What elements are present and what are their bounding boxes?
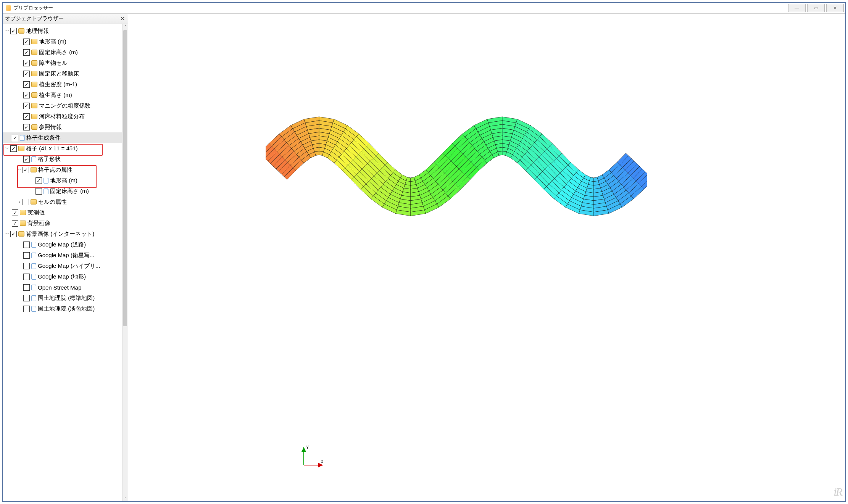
caret-down-icon[interactable]: ﹀ [4,146,10,151]
checkbox[interactable] [10,231,17,237]
checkbox[interactable] [10,28,17,34]
tree-item-refinfo[interactable]: 参照情報 [3,122,123,132]
file-icon [20,135,25,141]
checkbox[interactable] [23,284,30,291]
folder-icon [20,221,26,226]
checkbox[interactable] [23,60,30,66]
pane-title: オブジェクトブラウザー [5,15,119,22]
scroll-thumb[interactable] [123,30,127,326]
maximize-button[interactable]: ▭ [807,4,825,12]
checkbox[interactable] [23,39,30,45]
tree-item-manning[interactable]: マニングの粗度係数 [3,100,123,111]
checkbox[interactable] [12,135,18,141]
caret-right-icon[interactable]: › [16,200,23,204]
tree-item-grid-shape[interactable]: 格子形状 [3,154,123,164]
folder-icon [18,231,24,237]
checkbox[interactable] [10,145,17,152]
window-buttons: — ▭ ✕ [788,4,844,12]
tree-item-gp-elevation[interactable]: 地形高 (m) [3,175,123,186]
tree-label: Google Map (道路) [38,241,86,248]
folder-icon [31,199,37,204]
tree-item-grid-pt-attr[interactable]: ﹀格子点の属性 [3,164,123,175]
checkbox[interactable] [35,188,42,195]
checkbox[interactable] [23,263,30,269]
tree-item-osm[interactable]: Open Street Map [3,282,123,293]
checkbox[interactable] [23,274,30,280]
checkbox[interactable] [23,242,30,248]
folder-icon [31,114,37,119]
tree-item-bgnet[interactable]: ﹀背景画像 (インターネット) [3,229,123,239]
tree-item-cell-attr[interactable]: ›セルの属性 [3,196,123,207]
tree-label: 地理情報 [26,27,49,35]
tree-label: Google Map (地形) [38,273,86,280]
tree-item-gmap-terr[interactable]: Google Map (地形) [3,271,123,282]
caret-down-icon[interactable]: ﹀ [4,231,10,237]
tree-item-gp-fixedbed[interactable]: 固定床高さ (m) [3,186,123,196]
file-icon [44,178,48,184]
tree-label: Google Map (ハイブリ... [38,262,100,270]
window-title: プリプロセッサー [13,5,788,11]
tree-item-gsi-std[interactable]: 国土地理院 (標準地図) [3,293,123,303]
checkbox[interactable] [23,49,30,56]
checkbox[interactable] [23,92,30,98]
tree-item-grid-cond[interactable]: 格子生成条件 [3,132,123,143]
caret-down-icon[interactable]: ﹀ [4,28,10,34]
folder-icon [31,39,37,44]
checkbox[interactable] [35,177,42,184]
tree-item-geographic[interactable]: ﹀地理情報 [3,26,123,36]
vertical-scrollbar[interactable]: ˄ ˅ [122,24,128,501]
app-icon [6,5,11,11]
caret-down-icon[interactable]: ﹀ [16,167,23,173]
checkbox[interactable] [23,199,29,205]
checkbox[interactable] [23,252,30,259]
checkbox[interactable] [23,124,30,130]
tree-item-elevation[interactable]: 地形高 (m) [3,36,123,47]
checkbox[interactable] [12,220,18,227]
checkbox[interactable] [23,306,30,312]
tree-item-veg-height[interactable]: 植生高さ (m) [3,90,123,100]
checkbox[interactable] [23,71,30,77]
file-icon [44,188,48,194]
checkbox[interactable] [23,81,30,88]
scroll-down-icon[interactable]: ˅ [123,496,128,501]
file-icon [31,263,36,269]
tree-label: 格子生成条件 [26,134,61,142]
tree-label: 植生高さ (m) [39,92,72,99]
tree-item-obstacle[interactable]: 障害物セル [3,58,123,68]
file-icon [31,285,36,290]
tree-label: 格子形状 [38,156,61,163]
checkbox[interactable] [23,156,30,163]
tree-item-gmap-sat[interactable]: Google Map (衛星写... [3,250,123,261]
tree-label: 国土地理院 (淡色地図) [38,305,95,312]
tree-item-gmap-hyb[interactable]: Google Map (ハイブリ... [3,261,123,271]
tree-item-gmap-road[interactable]: Google Map (道路) [3,239,123,250]
checkbox[interactable] [23,103,30,109]
pane-close-icon[interactable]: ✕ [119,16,126,22]
close-button[interactable]: ✕ [826,4,844,12]
tree-item-fixed-moving[interactable]: 固定床と移動床 [3,68,123,79]
folder-icon [20,210,26,215]
tree-item-gsi-pale[interactable]: 国土地理院 (淡色地図) [3,303,123,314]
tree-item-veg-density[interactable]: 植生密度 (m-1) [3,79,123,90]
tree-item-bgimg[interactable]: 背景画像 [3,218,123,229]
checkbox[interactable] [23,113,30,120]
tree-label: Google Map (衛星写... [38,252,94,259]
tree-label: 実測値 [27,209,45,216]
folder-icon [31,71,37,76]
folder-icon [31,82,37,87]
tree-item-fixedbed-height[interactable]: 固定床高さ (m) [3,47,123,58]
tree-item-grid[interactable]: ﹀格子 (41 x 11 = 451) [3,143,123,154]
checkbox[interactable] [12,209,18,216]
tree-label: 植生密度 (m-1) [39,81,77,88]
checkbox[interactable] [23,167,29,173]
grid-mesh [266,113,647,220]
tree-item-measured[interactable]: 実測値 [3,207,123,218]
checkbox[interactable] [23,295,30,301]
tree-label: 地形高 (m) [39,38,66,45]
tree-item-grain[interactable]: 河床材料粒度分布 [3,111,123,122]
minimize-button[interactable]: — [788,4,806,12]
scroll-up-icon[interactable]: ˄ [123,24,128,29]
folder-icon [31,92,37,98]
grid-viewport[interactable]: Y X iR [128,14,845,501]
axis-triad: Y X [296,444,327,471]
